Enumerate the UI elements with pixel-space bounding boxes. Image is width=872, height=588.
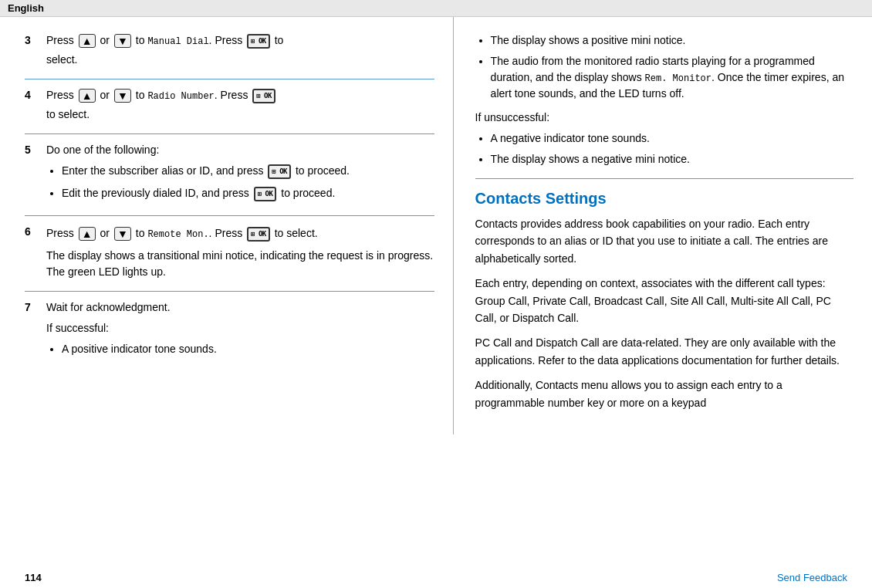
step-5-num: 5	[25, 142, 46, 156]
step-6-row: 6 Press ▲ or ▼ to Remote Mon.. Press ⊞ O…	[25, 224, 434, 292]
right-column: The display shows a positive mini notice…	[454, 17, 872, 434]
rem-monitor-code: Rem. Monitor	[645, 73, 711, 84]
success-bullet-1: The display shows a positive mini notice…	[491, 32, 853, 49]
arrow-up-icon-6: ▲	[79, 227, 96, 241]
footer-bar: 114 Send Feedback	[0, 567, 872, 588]
step-4-body: Press ▲ or ▼ to Radio Number. Press ⊞ OK…	[46, 87, 434, 126]
step-3-body: Press ▲ or ▼ to Manual Dial. Press ⊞ OK …	[46, 32, 434, 71]
contacts-para-3: PC Call and Dispatch Call are data-relat…	[475, 334, 853, 369]
step-4-row: 4 Press ▲ or ▼ to Radio Number. Press ⊞ …	[25, 87, 434, 134]
step-6-code: Remote Mon.	[147, 229, 208, 240]
step-5-row: 5 Do one of the following: Enter the sub…	[25, 142, 434, 216]
step-4-code: Radio Number	[147, 91, 214, 102]
unsuccessful-bullets: A negative indicator tone sounds. The di…	[475, 130, 853, 167]
step-6-num: 6	[25, 224, 46, 238]
contacts-para-2: Each entry, depending on context, associ…	[475, 275, 853, 326]
arrow-down-icon-6: ▼	[114, 227, 131, 241]
step-6-desc: The display shows a transitional mini no…	[46, 248, 434, 280]
step-3-select: select.	[46, 52, 434, 68]
arrow-down-icon-4: ▼	[114, 89, 131, 103]
step-6-text: Press ▲ or ▼ to Remote Mon.. Press ⊞ OK …	[46, 225, 434, 242]
step-7-item-1: A positive indicator tone sounds.	[62, 341, 434, 357]
step-4-num: 4	[25, 87, 46, 101]
contacts-para-1: Contacts provides address book capabilit…	[475, 215, 853, 267]
contacts-para-4: Additionally, Contacts menu allows you t…	[475, 377, 853, 411]
step-7-row: 7 Wait for acknowledgment. If successful…	[25, 299, 434, 371]
ok-btn-3: ⊞ OK	[247, 34, 270, 49]
if-unsuccessful-label: If unsuccessful:	[475, 110, 853, 126]
step-7-num: 7	[25, 299, 46, 313]
step-3-text: Press ▲ or ▼ to Manual Dial. Press ⊞ OK …	[46, 32, 434, 49]
arrow-down-icon-3: ▼	[114, 34, 131, 48]
step-7-if-successful: If successful:	[46, 320, 434, 336]
step-3-num: 3	[25, 32, 46, 46]
step-5-item-2: Edit the previously dialed ID, and press…	[62, 185, 434, 201]
header-bar: English	[0, 0, 872, 17]
ok-btn-5b: ⊞ OK	[254, 187, 277, 202]
left-column: 3 Press ▲ or ▼ to Manual Dial. Press ⊞ O…	[0, 17, 454, 434]
unsuccessful-bullet-1: A negative indicator tone sounds.	[491, 130, 853, 147]
step-4-text: Press ▲ or ▼ to Radio Number. Press ⊞ OK	[46, 87, 434, 103]
main-content: 3 Press ▲ or ▼ to Manual Dial. Press ⊞ O…	[0, 17, 872, 434]
success-bullets: The display shows a positive mini notice…	[475, 32, 853, 102]
ok-btn-5a: ⊞ OK	[268, 164, 291, 180]
step-4-select: to select.	[46, 106, 434, 123]
step-5-body: Do one of the following: Enter the subsc…	[46, 142, 434, 208]
contacts-body: Contacts provides address book capabilit…	[475, 215, 853, 411]
step-7-intro: Wait for acknowledgment.	[46, 299, 434, 316]
arrow-up-icon-3: ▲	[79, 34, 96, 48]
step-3-row: 3 Press ▲ or ▼ to Manual Dial. Press ⊞ O…	[25, 32, 434, 79]
step-5-intro: Do one of the following:	[46, 142, 434, 158]
step-3-code: Manual Dial	[147, 36, 208, 47]
contacts-heading: Contacts Settings	[475, 190, 853, 208]
step-6-body: Press ▲ or ▼ to Remote Mon.. Press ⊞ OK …	[46, 224, 434, 283]
step-5-list: Enter the subscriber alias or ID, and pr…	[46, 163, 434, 201]
unsuccessful-bullet-2: The display shows a negative mini notice…	[491, 151, 853, 167]
step-5-item-1: Enter the subscriber alias or ID, and pr…	[62, 163, 434, 179]
page-number: 114	[25, 572, 42, 583]
step-7-body: Wait for acknowledgment. If successful: …	[46, 299, 434, 363]
section-divider	[475, 178, 853, 179]
success-bullet-2: The audio from the monitored radio start…	[491, 53, 853, 102]
ok-btn-6: ⊞ OK	[247, 227, 270, 242]
step-7-list: A positive indicator tone sounds.	[46, 341, 434, 357]
language-label: English	[8, 2, 44, 14]
arrow-up-icon-4: ▲	[79, 89, 96, 103]
ok-btn-4: ⊞ OK	[252, 89, 275, 104]
send-feedback-link[interactable]: Send Feedback	[777, 572, 847, 583]
